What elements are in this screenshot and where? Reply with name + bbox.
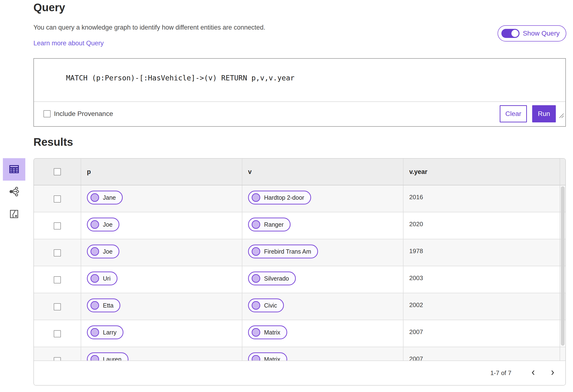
row-select-cell	[34, 185, 81, 212]
query-input[interactable]: MATCH (p:Person)-[:HasVehicle]->(v) RETU…	[34, 59, 565, 102]
row-select-cell	[34, 212, 81, 239]
person-cell: Jane	[81, 185, 242, 212]
person-cell: Larry	[81, 320, 242, 347]
clear-button[interactable]: Clear	[500, 105, 527, 122]
entity-node-icon	[90, 274, 99, 283]
table-row: JaneHardtop 2-door2016	[34, 185, 565, 212]
scrollbar-thumb[interactable]	[561, 186, 565, 346]
row-checkbox[interactable]	[54, 303, 61, 310]
vehicle-pill[interactable]: Matrix	[248, 352, 287, 361]
vehicle-cell: Hardtop 2-door	[242, 185, 403, 212]
entity-label: Jane	[103, 194, 116, 201]
year-cell: 2002	[403, 293, 565, 320]
vehicle-pill[interactable]: Matrix	[248, 325, 287, 339]
entity-node-icon	[90, 193, 99, 202]
toggle-switch-icon[interactable]	[501, 29, 519, 38]
person-pill[interactable]: Etta	[87, 298, 120, 312]
table-row: EttaCivic2002	[34, 293, 565, 320]
row-checkbox[interactable]	[54, 222, 61, 230]
query-footer: Include Provenance Clear Run	[34, 102, 565, 126]
row-checkbox[interactable]	[54, 249, 61, 256]
vehicle-pill[interactable]: Civic	[248, 298, 284, 312]
run-button[interactable]: Run	[532, 105, 556, 122]
row-checkbox[interactable]	[54, 276, 61, 283]
view-table-button[interactable]	[3, 158, 25, 181]
entity-node-icon	[90, 301, 99, 310]
column-header-v-year[interactable]: v.year	[403, 159, 565, 185]
entity-label: Civic	[264, 302, 277, 309]
table-row: JoeRanger2020	[34, 212, 565, 239]
vehicle-pill[interactable]: Ranger	[248, 218, 290, 231]
table-header-row: p v v.year	[34, 159, 565, 185]
entity-label: Hardtop 2-door	[264, 194, 304, 201]
learn-more-link[interactable]: Learn more about Query	[34, 40, 104, 47]
table-row: LarryMatrix2007	[34, 320, 565, 347]
previous-page-button[interactable]	[527, 366, 540, 380]
entity-label: Uri	[103, 275, 110, 282]
entity-label: Matrix	[264, 329, 280, 336]
row-checkbox[interactable]	[54, 330, 61, 337]
vehicle-pill[interactable]: Hardtop 2-door	[248, 191, 311, 205]
chevron-right-icon	[549, 369, 556, 377]
person-pill[interactable]: Uri	[87, 272, 117, 285]
entity-label: Larry	[103, 329, 117, 336]
row-select-cell	[34, 320, 81, 347]
query-actions: Clear Run	[500, 105, 556, 122]
row-select-cell	[34, 266, 81, 293]
query-text: MATCH (p:Person)-[:HasVehicle]->(v) RETU…	[66, 74, 294, 82]
vehicle-cell: Firebird Trans Am	[242, 239, 403, 266]
table-pagination-bar: 1-7 of 7	[34, 360, 565, 385]
view-graph-button[interactable]	[3, 181, 25, 203]
entity-node-icon	[252, 328, 260, 337]
view-map-button[interactable]	[3, 203, 25, 225]
year-cell: 2016	[403, 185, 565, 212]
include-provenance-checkbox[interactable]	[43, 110, 51, 117]
year-cell: 2020	[403, 212, 565, 239]
include-provenance-option[interactable]: Include Provenance	[43, 110, 113, 118]
select-all-cell	[34, 159, 81, 185]
show-query-toggle[interactable]: Show Query	[498, 25, 566, 41]
table-row: JoeFirebird Trans Am1978	[34, 239, 565, 266]
person-cell: Joe	[81, 212, 242, 239]
year-cell: 1978	[403, 239, 565, 266]
entity-label: Firebird Trans Am	[264, 248, 311, 255]
vehicle-cell: Silverado	[242, 266, 403, 293]
column-header-p[interactable]: p	[81, 159, 242, 185]
row-checkbox[interactable]	[54, 195, 61, 203]
table-row: LaurenMatrix2007	[34, 347, 565, 361]
person-pill[interactable]: Jane	[87, 191, 123, 205]
row-select-cell	[34, 239, 81, 266]
map-view-icon	[9, 209, 19, 220]
person-pill[interactable]: Joe	[87, 245, 119, 258]
person-pill[interactable]: Joe	[87, 218, 119, 231]
query-description: You can query a knowledge graph to ident…	[34, 24, 265, 31]
person-pill[interactable]: Larry	[87, 325, 124, 339]
entity-label: Matrix	[264, 356, 280, 361]
year-cell: 2003	[403, 266, 565, 293]
entity-label: Etta	[103, 302, 113, 309]
view-switcher	[3, 158, 25, 225]
query-editor-card: MATCH (p:Person)-[:HasVehicle]->(v) RETU…	[34, 58, 566, 127]
vehicle-pill[interactable]: Firebird Trans Am	[248, 245, 318, 258]
column-header-v[interactable]: v	[242, 159, 403, 185]
entity-node-icon	[252, 247, 260, 256]
vehicle-cell: Matrix	[242, 347, 403, 361]
graph-view-icon	[9, 186, 19, 198]
entity-label: Lauren	[103, 356, 122, 361]
vehicle-pill[interactable]: Silverado	[248, 272, 296, 285]
resize-handle-icon[interactable]	[557, 93, 564, 101]
select-all-checkbox[interactable]	[54, 168, 61, 175]
year-cell: 2007	[403, 347, 565, 361]
person-pill[interactable]: Lauren	[87, 352, 128, 361]
row-select-cell	[34, 293, 81, 320]
row-select-cell	[34, 347, 81, 361]
entity-node-icon	[90, 328, 99, 337]
entity-node-icon	[252, 355, 260, 361]
vehicle-cell: Matrix	[242, 320, 403, 347]
entity-node-icon	[90, 355, 99, 361]
next-page-button[interactable]	[546, 366, 559, 380]
results-table-card: p v v.year JaneHardtop 2-door2016JoeRang…	[34, 158, 566, 386]
entity-node-icon	[252, 274, 260, 283]
entity-node-icon	[90, 220, 99, 229]
vehicle-cell: Civic	[242, 293, 403, 320]
